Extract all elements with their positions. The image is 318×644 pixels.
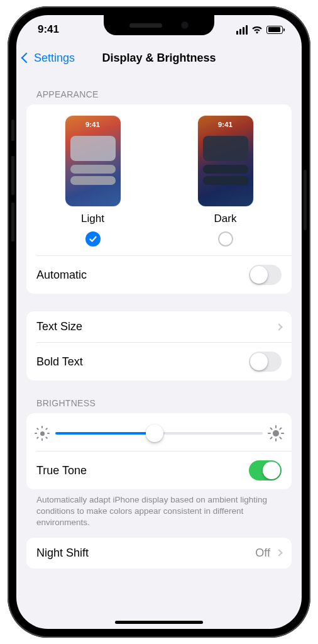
- night-shift-label: Night Shift: [36, 547, 89, 560]
- preview-time: 9:41: [65, 121, 121, 128]
- bold-text-toggle[interactable]: [249, 352, 282, 372]
- radio-dark[interactable]: [218, 231, 233, 247]
- true-tone-row[interactable]: True Tone: [26, 452, 292, 489]
- night-shift-value: Off: [255, 547, 270, 560]
- dark-preview: 9:41: [198, 116, 253, 206]
- bold-text-row[interactable]: Bold Text: [26, 343, 292, 380]
- brightness-high-icon: [270, 428, 282, 439]
- true-tone-label: True Tone: [36, 464, 87, 477]
- appearance-label: Dark: [214, 213, 237, 225]
- chevron-left-icon: [21, 53, 32, 64]
- true-tone-footer: Automatically adapt iPhone display based…: [26, 489, 292, 538]
- battery-icon: [266, 26, 283, 34]
- radio-light[interactable]: [85, 231, 101, 247]
- section-header-brightness: BRIGHTNESS: [26, 380, 292, 413]
- status-time: 9:41: [38, 23, 59, 36]
- nav-bar: Settings Display & Brightness: [16, 44, 302, 72]
- automatic-row[interactable]: Automatic: [26, 256, 292, 294]
- text-card: Text Size Bold Text: [26, 311, 292, 380]
- true-tone-toggle[interactable]: [249, 460, 282, 480]
- brightness-card: True Tone: [26, 413, 292, 489]
- appearance-option-light[interactable]: 9:41 Light: [26, 116, 159, 247]
- bold-text-label: Bold Text: [36, 355, 83, 369]
- preview-time: 9:41: [198, 121, 253, 128]
- text-size-label: Text Size: [36, 320, 82, 333]
- section-header-appearance: APPEARANCE: [26, 72, 292, 104]
- check-icon: [89, 235, 97, 243]
- night-shift-row[interactable]: Night Shift Off: [26, 538, 292, 569]
- appearance-label: Light: [81, 213, 104, 225]
- appearance-option-dark[interactable]: 9:41 Dark: [159, 116, 292, 247]
- notch: [104, 15, 214, 35]
- back-label: Settings: [34, 52, 75, 65]
- automatic-toggle[interactable]: [249, 265, 282, 285]
- text-size-row[interactable]: Text Size: [26, 311, 292, 342]
- brightness-slider[interactable]: [55, 425, 263, 442]
- light-preview: 9:41: [65, 116, 121, 206]
- home-indicator: [115, 621, 203, 624]
- cellular-icon: [236, 25, 248, 35]
- brightness-low-icon: [36, 428, 48, 439]
- chevron-right-icon: [275, 323, 282, 330]
- automatic-label: Automatic: [36, 269, 87, 282]
- night-shift-card: Night Shift Off: [26, 538, 292, 569]
- wifi-icon: [251, 26, 263, 34]
- appearance-card: 9:41 Light 9:41 Dark: [26, 104, 292, 294]
- chevron-right-icon: [275, 549, 282, 556]
- back-button[interactable]: Settings: [23, 52, 75, 65]
